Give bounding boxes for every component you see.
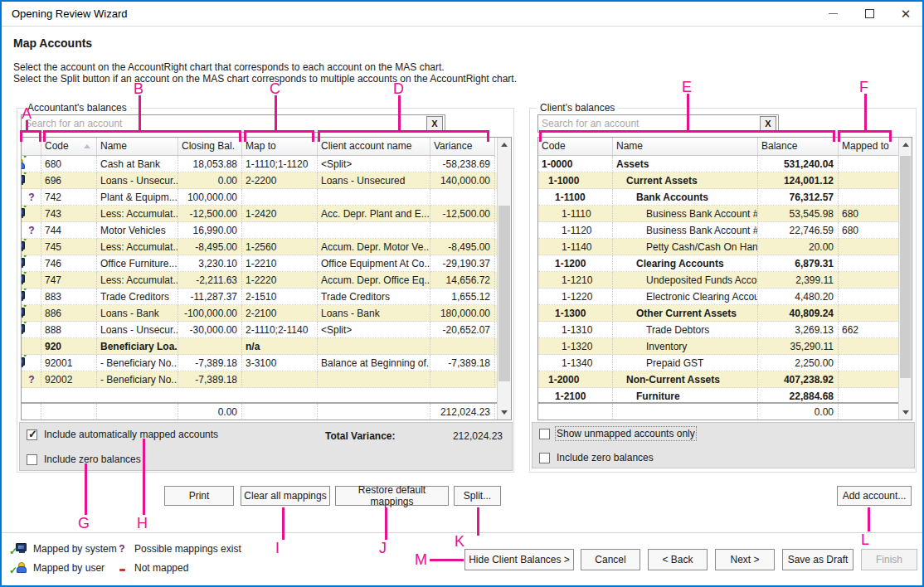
left-include-zero-checkbox[interactable] bbox=[27, 454, 37, 465]
status-cell: ✓ bbox=[22, 239, 41, 255]
accountants-table-row[interactable]: ✓888Loans - Unsecur...-30,000.002-1110;2… bbox=[22, 322, 511, 338]
right-search-clear-button[interactable]: X bbox=[760, 116, 776, 131]
accountants-table-row[interactable]: ✓886Loans - Bank-100,000.002-2100Loans -… bbox=[22, 305, 511, 322]
totals-spacer bbox=[538, 404, 613, 420]
clients-table-row[interactable]: 1-1120Business Bank Account #222,746.596… bbox=[538, 222, 912, 239]
clients-table-row[interactable]: 1-0000Assets531,240.04 bbox=[538, 156, 912, 172]
left-search-input[interactable] bbox=[25, 117, 423, 130]
name-cell: Trade Creditors bbox=[97, 289, 178, 305]
clients-table-row[interactable]: 1-2000Non-Current Assets407,238.92 bbox=[538, 371, 912, 388]
left-include-zero-row[interactable]: Include zero balances bbox=[27, 454, 141, 465]
code-cell: 1-1000 bbox=[538, 172, 613, 189]
show-unmapped-checkbox[interactable] bbox=[539, 429, 550, 439]
clients-table-row[interactable]: 1-1000Current Assets124,001.12 bbox=[538, 172, 912, 189]
status-cell: ✓ bbox=[22, 355, 41, 371]
mapped_to-cell bbox=[839, 189, 900, 206]
finish-button[interactable]: Finish bbox=[861, 549, 917, 570]
clients-table-row[interactable]: 1-1340Prepaid GST2,250.00 bbox=[538, 355, 912, 371]
accountants-table-row[interactable]: ?742Plant & Equipm...100,000.00 bbox=[22, 189, 511, 206]
scroll-up-button[interactable] bbox=[899, 138, 912, 152]
print-button[interactable]: Print bbox=[164, 486, 234, 506]
clients-table-row[interactable]: 1-1300Other Current Assets40,809.24 bbox=[538, 305, 912, 322]
clients-table-row[interactable]: 1-1100Bank Accounts76,312.57 bbox=[538, 189, 912, 206]
back-button[interactable]: < Back bbox=[648, 549, 708, 570]
clients-table-row[interactable]: 1-1310Trade Debtors3,269.13662 bbox=[538, 322, 912, 338]
save-as-draft-button[interactable]: Save as Draft bbox=[782, 549, 853, 570]
map_to-cell: 2-2200 bbox=[242, 172, 318, 189]
show-unmapped-row[interactable]: Show unmapped accounts only bbox=[539, 428, 695, 439]
right-search-input[interactable] bbox=[542, 117, 756, 130]
include-auto-mapped-checkbox[interactable] bbox=[27, 429, 37, 440]
clients-table-row[interactable]: 1-1200Clearing Accounts6,879.31 bbox=[538, 255, 912, 272]
clients-table-row[interactable]: 1-1110Business Bank Account #153,545.986… bbox=[538, 206, 912, 222]
scrollbar-thumb[interactable] bbox=[900, 156, 911, 378]
include-auto-mapped-row[interactable]: Include automatically mapped accounts bbox=[27, 429, 218, 440]
scrollbar-thumb[interactable] bbox=[498, 206, 510, 381]
clear-all-mappings-button[interactable]: Clear all mappings bbox=[241, 486, 330, 506]
balance-cell: 531,240.04 bbox=[758, 156, 839, 172]
closing_bal-cell: 16,990.00 bbox=[178, 222, 242, 239]
accountants-table-row[interactable]: ✓680Cash at Bank18,053.881-1110;1-1120<S… bbox=[22, 156, 511, 172]
legend-mapped-by-system: ✓ Mapped by system bbox=[12, 543, 117, 555]
closing_bal-cell: -7,389.18 bbox=[178, 371, 242, 388]
balance-cell: 22,746.59 bbox=[758, 222, 839, 239]
balance-cell: 76,312.57 bbox=[758, 189, 839, 206]
accountants-table-row[interactable]: ✓746Office Furniture...3,230.101-2210Off… bbox=[22, 255, 511, 272]
totals-spacer bbox=[839, 404, 900, 420]
cancel-button[interactable]: Cancel bbox=[581, 549, 640, 570]
name-cell: Assets bbox=[613, 156, 758, 172]
accountants-table-row[interactable]: ?92002- Beneficiary No...-7,389.18 bbox=[22, 371, 511, 388]
clients-table-row[interactable]: 1-1320Inventory35,290.11 bbox=[538, 338, 912, 355]
annotation-line-i bbox=[282, 507, 284, 540]
right-include-zero-row[interactable]: Include zero balances bbox=[539, 452, 654, 463]
totals-spacer bbox=[22, 404, 41, 420]
map_to-cell bbox=[242, 189, 318, 206]
right-table-scrollbar[interactable] bbox=[898, 138, 912, 420]
restore-default-mappings-button[interactable]: Restore default mappings bbox=[335, 486, 449, 506]
clients-table-row[interactable]: 1-1220Electronic Clearing Accou...4,480.… bbox=[538, 289, 912, 305]
right-include-zero-checkbox[interactable] bbox=[539, 453, 550, 463]
hide-client-balances-button[interactable]: Hide Client Balances > bbox=[464, 549, 574, 570]
accountants-table-row[interactable]: ✓747Less: Accumulat...-2,211.631-2220Acc… bbox=[22, 272, 511, 289]
legend-not-mapped: Not mapped bbox=[114, 562, 188, 574]
client_account-cell: Loans - Unsecured bbox=[318, 172, 430, 189]
name-cell: Loans - Unsecur... bbox=[97, 172, 178, 189]
accountants-table-row[interactable]: ✓743Less: Accumulat...-12,500.001-2420Ac… bbox=[22, 206, 511, 222]
accountants-table-row[interactable]: ?744Motor Vehicles16,990.00 bbox=[22, 222, 511, 239]
code-cell: 920 bbox=[41, 338, 97, 355]
add-account-button[interactable]: Add account... bbox=[837, 486, 912, 506]
mapped_to-cell: 680 bbox=[839, 222, 900, 239]
variance-cell: -7,389.18 bbox=[430, 355, 495, 371]
maximize-button[interactable] bbox=[853, 2, 886, 26]
minimize-button[interactable] bbox=[816, 2, 849, 26]
totals-spacer bbox=[613, 404, 758, 420]
scroll-down-button[interactable] bbox=[899, 405, 912, 420]
client_account-cell: Trade Creditors bbox=[318, 289, 430, 305]
close-button[interactable]: ✕ bbox=[889, 2, 922, 26]
accountants-table-row[interactable]: ✓92001- Beneficiary No...-7,389.183-3100… bbox=[22, 355, 511, 371]
scroll-up-button[interactable] bbox=[498, 138, 511, 152]
name-cell: Prepaid GST bbox=[613, 355, 758, 371]
annotation-line-a bbox=[26, 120, 28, 130]
annotation-line-l bbox=[868, 507, 870, 531]
code-cell: 888 bbox=[41, 322, 97, 338]
clients-table-row[interactable]: 1-1210Undeposited Funds Acco...2,399.11 bbox=[538, 272, 912, 289]
clients-table: CodeNameBalanceMapped to 1-0000Assets531… bbox=[537, 137, 912, 420]
name-cell: Inventory bbox=[613, 338, 758, 355]
mapped_to-cell bbox=[839, 338, 900, 355]
split-button[interactable]: Split... bbox=[454, 486, 501, 506]
accountants-table-row[interactable]: ✓696Loans - Unsecur...0.002-2200Loans - … bbox=[22, 172, 511, 189]
next-button[interactable]: Next > bbox=[715, 549, 775, 570]
name-cell: Other Current Assets bbox=[613, 305, 758, 322]
accountants-table-body: ✓680Cash at Bank18,053.881-1110;1-1120<S… bbox=[22, 156, 511, 388]
annotation-letter-d: D bbox=[393, 81, 404, 96]
left-table-scrollbar[interactable] bbox=[497, 138, 511, 420]
not-mapped-dash-icon bbox=[114, 562, 129, 574]
clients-table-row[interactable]: 1-1140Petty Cash/Cash On Hand20.00 bbox=[538, 239, 912, 255]
accountants-table-row[interactable]: ✓745Less: Accumulat...-8,495.001-2560Acc… bbox=[22, 239, 511, 255]
scroll-down-button[interactable] bbox=[498, 405, 511, 420]
accountants-table-row[interactable]: 920Beneficiary Loa...n/a bbox=[22, 338, 511, 355]
name-cell: Less: Accumulat... bbox=[97, 272, 178, 289]
accountants-table-row[interactable]: ✓883Trade Creditors-11,287.372-1510Trade… bbox=[22, 289, 511, 305]
left-search-clear-button[interactable]: X bbox=[426, 116, 443, 131]
